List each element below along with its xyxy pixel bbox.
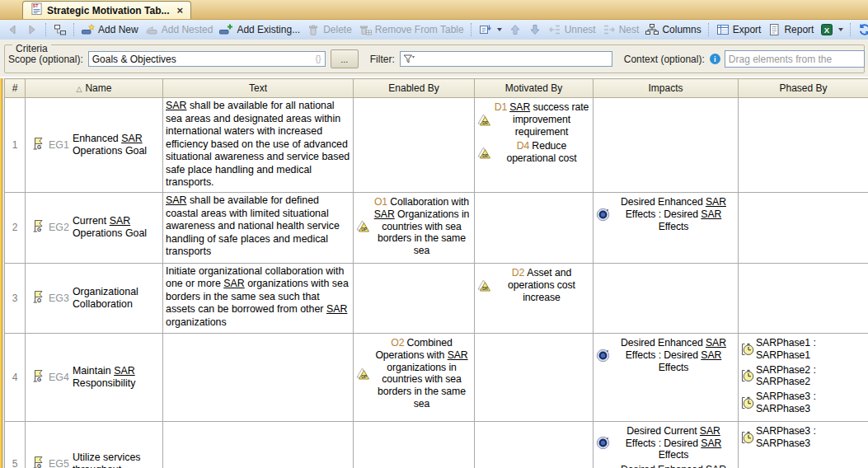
related-element-label: D4Reduce operational cost bbox=[492, 140, 591, 165]
related-element-item[interactable]: OPO1Collaboration with SAR Organizations… bbox=[355, 196, 472, 257]
element-name: Organizational Collaboration bbox=[73, 286, 157, 311]
related-element-text: SARPhase3 : SARPhase3 bbox=[756, 391, 816, 414]
column-header-name[interactable]: △Name bbox=[26, 79, 163, 98]
back-button[interactable] bbox=[2, 21, 22, 38]
row-number-cell[interactable]: 4 bbox=[5, 333, 26, 421]
cell-motivated-by[interactable]: DRD2Asset and operations cost increase bbox=[475, 263, 594, 333]
desired-effect-icon bbox=[595, 436, 611, 450]
cell-name[interactable]: GEG4Maintain SAR Responsibility bbox=[26, 333, 163, 421]
close-icon[interactable]: × bbox=[176, 5, 183, 16]
related-element-item[interactable]: SARPhase3 : SARPhase3 bbox=[740, 425, 866, 450]
context-input[interactable] bbox=[725, 50, 865, 68]
cell-impacts[interactable]: Desired Enhanced SAR Effects : Desired S… bbox=[594, 333, 739, 421]
cell-impacts[interactable] bbox=[594, 98, 739, 193]
column-header-motivated-by[interactable]: Motivated By bbox=[475, 79, 594, 98]
row-number-cell[interactable]: 1 bbox=[5, 98, 26, 193]
related-element-item[interactable]: Desired Enhanced SAR Effects : Desired S… bbox=[595, 464, 736, 468]
motivation-table: #△NameTextEnabled ByMotivated ByImpactsP… bbox=[4, 78, 868, 468]
cell-phased-by[interactable]: SARPhase3 : SARPhase3 bbox=[739, 421, 868, 468]
cell-motivated-by[interactable] bbox=[475, 421, 594, 468]
cell-text[interactable]: Initiate organizational collaboration wi… bbox=[163, 263, 354, 333]
open-in-containment-tree-button[interactable] bbox=[50, 21, 70, 38]
cell-name[interactable]: GEG5Utilize services throughout bbox=[26, 421, 163, 468]
cell-enabled-by[interactable] bbox=[354, 421, 475, 468]
cell-impacts[interactable]: Desired Enhanced SAR Effects : Desired S… bbox=[594, 193, 739, 264]
cell-text[interactable] bbox=[163, 421, 354, 468]
phase-clock-icon bbox=[740, 396, 756, 410]
filter-funnel-icon[interactable] bbox=[403, 54, 415, 68]
scope-input[interactable] bbox=[88, 51, 326, 67]
related-element-item[interactable]: Desired Current SAR Effects : Desired SA… bbox=[595, 425, 736, 461]
text-value: SAR shall be available for all national … bbox=[163, 98, 353, 191]
add-nested-button[interactable]: Add Nested bbox=[142, 22, 217, 37]
column-header-enabled-by[interactable]: Enabled By bbox=[354, 79, 475, 98]
remove-from-table-button[interactable]: Remove From Table bbox=[355, 21, 467, 38]
cell-phased-by[interactable] bbox=[739, 263, 868, 333]
row-number-cell[interactable]: 3 bbox=[5, 263, 26, 333]
cell-motivated-by[interactable] bbox=[475, 193, 594, 264]
columns-button[interactable]: Columns bbox=[642, 21, 704, 38]
related-element-item[interactable]: DRD4Reduce operational cost bbox=[476, 140, 591, 165]
delete-label: Delete bbox=[323, 24, 352, 35]
add-nested-icon bbox=[145, 24, 158, 35]
related-element-item[interactable]: Desired Enhanced SAR Effects : Desired S… bbox=[595, 196, 736, 232]
unnest-icon bbox=[548, 23, 561, 36]
cell-name[interactable]: OEG3Organizational Collaboration bbox=[26, 263, 163, 333]
move-up-button[interactable] bbox=[505, 21, 525, 38]
cell-motivated-by[interactable] bbox=[475, 333, 594, 421]
report-label: Report bbox=[784, 24, 814, 35]
scope-browse-button[interactable]: ... bbox=[331, 49, 359, 68]
related-element-item[interactable]: SARPhase3 : SARPhase3 bbox=[740, 391, 866, 415]
related-element-text: SARPhase2 : SARPhase2 bbox=[756, 364, 816, 388]
report-button[interactable]: Report bbox=[764, 21, 817, 38]
info-icon[interactable]: i bbox=[710, 54, 720, 64]
tab-strategic-motivation-table[interactable]: ST Strategic Motivation Tab... × bbox=[22, 1, 191, 19]
related-element-item[interactable]: OPO2Combined Operations with SAR organiz… bbox=[355, 337, 472, 410]
add-new-button[interactable]: Add New bbox=[78, 22, 142, 37]
filter-input[interactable] bbox=[400, 51, 612, 67]
move-down-button[interactable] bbox=[525, 21, 545, 38]
column-header-text[interactable]: Text bbox=[163, 79, 354, 98]
cell-motivated-by[interactable]: DRD1SAR success rate improvement require… bbox=[475, 98, 594, 193]
related-element-item[interactable]: DRD2Asset and operations cost increase bbox=[476, 267, 591, 303]
cell-text[interactable]: SAR shall be available for defined coast… bbox=[163, 193, 354, 264]
toolbar-separator bbox=[471, 23, 472, 36]
delete-button[interactable]: Delete bbox=[303, 21, 355, 38]
related-element-label: D2Asset and operations cost increase bbox=[492, 267, 591, 303]
related-element-item[interactable]: DRD1SAR success rate improvement require… bbox=[476, 101, 591, 138]
cell-enabled-by[interactable]: OPO2Combined Operations with SAR organiz… bbox=[354, 333, 475, 421]
unnest-label: Unnest bbox=[565, 24, 596, 35]
cell-enabled-by[interactable] bbox=[354, 263, 475, 333]
row-number-cell[interactable]: 2 bbox=[5, 193, 26, 264]
export-to-excel-button[interactable]: X bbox=[817, 21, 847, 38]
cell-phased-by[interactable]: SARPhase1 : SARPhase1SARPhase2 : SARPhas… bbox=[739, 333, 868, 421]
related-element-item[interactable]: Desired Enhanced SAR Effects : Desired S… bbox=[595, 337, 736, 373]
add-existing-button[interactable]: Add Existing... bbox=[216, 22, 303, 37]
unnest-button[interactable]: Unnest bbox=[545, 21, 599, 38]
cell-phased-by[interactable] bbox=[739, 98, 868, 193]
row-number-cell[interactable]: 5 bbox=[5, 421, 26, 468]
export-button[interactable]: Export bbox=[713, 21, 765, 38]
forward-button[interactable] bbox=[22, 21, 42, 38]
related-element-item[interactable]: SARPhase1 : SARPhase1 bbox=[740, 337, 866, 362]
cell-name[interactable]: GEG2Current SAR Operations Goal bbox=[26, 193, 163, 264]
svg-text:G: G bbox=[37, 377, 41, 382]
column-header-impacts[interactable]: Impacts bbox=[594, 79, 739, 98]
related-element-item[interactable]: SARPhase2 : SARPhase2 bbox=[740, 364, 866, 389]
cell-enabled-by[interactable] bbox=[354, 98, 475, 193]
cell-impacts[interactable]: Desired Current SAR Effects : Desired SA… bbox=[594, 421, 739, 468]
nest-button[interactable]: Nest bbox=[599, 21, 643, 38]
cell-text[interactable]: SAR shall be available for all national … bbox=[163, 98, 354, 193]
cell-text[interactable] bbox=[163, 333, 354, 421]
up-arrow-icon bbox=[509, 23, 522, 36]
refresh-button[interactable] bbox=[855, 21, 868, 38]
cell-phased-by[interactable] bbox=[739, 193, 868, 264]
column-header-num[interactable]: # bbox=[5, 79, 26, 98]
display-mode-button[interactable] bbox=[476, 21, 505, 38]
cell-name[interactable]: GEG1Enhanced SAR Operations Goal bbox=[26, 98, 163, 193]
element-prefix: O2 bbox=[391, 337, 404, 349]
column-header-phased-by[interactable]: Phased By bbox=[739, 79, 868, 98]
cell-enabled-by[interactable]: OPO1Collaboration with SAR Organizations… bbox=[354, 193, 475, 264]
add-existing-label: Add Existing... bbox=[237, 24, 300, 35]
cell-impacts[interactable] bbox=[594, 263, 739, 333]
